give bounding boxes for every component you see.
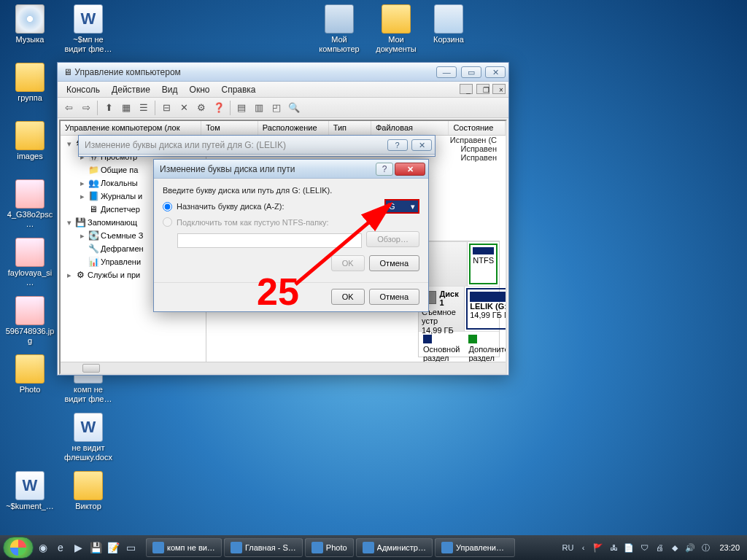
- tray-printer-icon[interactable]: 🖨: [654, 542, 665, 553]
- ql-media-icon[interactable]: ▶: [70, 540, 86, 556]
- close-button[interactable]: ✕: [395, 163, 425, 176]
- taskbar-item[interactable]: Photo: [305, 538, 354, 557]
- up-icon[interactable]: ⬆: [101, 100, 117, 116]
- desktop-icon[interactable]: 596748936.jpg: [4, 296, 55, 345]
- mdi-minimize[interactable]: _: [460, 84, 473, 94]
- desktop-icon[interactable]: Виктор: [63, 471, 114, 511]
- taskbar-item[interactable]: Главная - S…: [224, 538, 303, 557]
- forward-icon[interactable]: ⇨: [78, 100, 94, 116]
- assign-letter-radio[interactable]: [163, 202, 172, 211]
- tray-network-icon[interactable]: 🖧: [608, 542, 619, 553]
- tray-app-icon[interactable]: ◆: [669, 542, 681, 553]
- settings-icon[interactable]: ⚙: [193, 100, 209, 116]
- help-icon[interactable]: ❓: [211, 100, 227, 116]
- language-indicator[interactable]: RU: [562, 543, 574, 552]
- tray-volume-icon[interactable]: 🔊: [684, 542, 696, 553]
- desktop-icon[interactable]: Корзина: [423, 4, 474, 44]
- back-icon[interactable]: ⇦: [61, 100, 77, 116]
- desktop-icon[interactable]: группа: [4, 63, 55, 103]
- view2-icon[interactable]: ▥: [251, 100, 267, 116]
- desktop-icon[interactable]: Музыка: [4, 4, 55, 44]
- props-icon[interactable]: ▦: [118, 100, 134, 116]
- horizontal-scrollbar[interactable]: [61, 362, 506, 373]
- help-button[interactable]: ?: [376, 163, 393, 176]
- refresh-icon[interactable]: ✕: [176, 100, 192, 116]
- tray-info-icon[interactable]: ⓘ: [700, 542, 711, 553]
- menu-item[interactable]: Окно: [184, 83, 216, 96]
- desktop-icon[interactable]: W~$kument_…: [4, 471, 55, 511]
- menu-item[interactable]: Действие: [106, 83, 156, 96]
- node-icon: 🔧: [88, 243, 99, 254]
- node-icon: 💾: [74, 217, 86, 228]
- ql-chrome-icon[interactable]: ◉: [35, 540, 51, 556]
- dialog-titlebar[interactable]: Изменение буквы диска или пути ? ✕: [154, 160, 428, 179]
- inner-cancel-button[interactable]: Отмена: [369, 255, 419, 271]
- ql-ie-icon[interactable]: e: [53, 540, 69, 556]
- node-label: Управлени: [101, 257, 141, 266]
- column-header[interactable]: Тип: [329, 121, 371, 135]
- start-button[interactable]: [3, 537, 34, 559]
- disk1-volume[interactable]: LELIK (G:) 14,99 ГБ NTFS: [466, 288, 506, 330]
- dialog-title: Изменение буквы диска или пути: [160, 164, 376, 174]
- column-header[interactable]: Том: [201, 121, 258, 135]
- icon-glyph: W: [74, 4, 103, 34]
- desktop-icon[interactable]: W~$мп не видит фле…: [63, 4, 114, 53]
- icon-label: Мой компьютер: [314, 35, 365, 53]
- column-header[interactable]: Файловая система: [371, 121, 449, 135]
- icon-label: Photo: [4, 385, 55, 394]
- clock[interactable]: 23:20: [715, 543, 744, 552]
- mdi-close[interactable]: ×: [492, 84, 506, 94]
- tray-shield-icon[interactable]: 🛡: [638, 542, 650, 553]
- chevron-down-icon: ▾: [411, 202, 415, 211]
- help-button[interactable]: ?: [387, 139, 408, 151]
- tray-expand-icon[interactable]: ‹: [577, 542, 589, 553]
- close-button[interactable]: ✕: [411, 139, 432, 151]
- column-header[interactable]: Состояние: [449, 121, 506, 135]
- icon-glyph: [15, 121, 44, 150]
- show-icon[interactable]: ☰: [136, 100, 152, 116]
- desktop-icon[interactable]: 4_G38o2psc…: [4, 179, 55, 228]
- expand-icon[interactable]: ▸: [78, 179, 86, 188]
- taskbar-item[interactable]: Управление…: [435, 538, 515, 557]
- menu-item[interactable]: Справка: [215, 83, 261, 96]
- expand-icon[interactable]: ▸: [65, 271, 73, 280]
- minimize-button[interactable]: —: [436, 66, 457, 78]
- menu-item[interactable]: Консоль: [61, 83, 106, 96]
- view3-icon[interactable]: ◰: [268, 100, 285, 116]
- drive-letter-select[interactable]: G ▾: [384, 199, 419, 214]
- titlebar[interactable]: 🖥 Управление компьютером — ▭ ✕: [58, 63, 508, 82]
- ql-note-icon[interactable]: 📝: [105, 540, 121, 556]
- expand-icon[interactable]: ▾: [65, 218, 73, 228]
- ql-save-icon[interactable]: 💾: [88, 540, 104, 556]
- icon-label: Мои документы: [371, 35, 422, 53]
- menu-item[interactable]: Вид: [156, 83, 184, 96]
- close-button[interactable]: ✕: [485, 66, 506, 78]
- ql-desktop-icon[interactable]: ▭: [123, 540, 139, 556]
- desktop-icon[interactable]: Мои документы: [371, 4, 422, 53]
- desktop-icon[interactable]: Photo: [4, 354, 55, 394]
- ok-button[interactable]: OK: [331, 289, 365, 305]
- expand-icon[interactable]: ▾: [65, 139, 73, 149]
- taskbar-item[interactable]: комп не ви…: [146, 538, 222, 557]
- column-header[interactable]: Расположение: [258, 121, 329, 135]
- node-label: Общие па: [101, 166, 138, 174]
- cancel-button[interactable]: Отмена: [369, 289, 419, 305]
- disks-icon[interactable]: ⊟: [158, 100, 174, 116]
- expand-icon[interactable]: ▸: [78, 192, 86, 201]
- desktop-icon[interactable]: Wне видит флешку.docx: [63, 413, 114, 462]
- search-icon[interactable]: 🔍: [286, 100, 302, 116]
- taskbar-item[interactable]: Администр…: [356, 538, 433, 557]
- desktop-icon[interactable]: faylovaya_si…: [4, 238, 55, 287]
- disk-volume-prev[interactable]: NTFS: [469, 244, 498, 284]
- tray-doc-icon[interactable]: 📄: [623, 542, 635, 553]
- mdi-restore[interactable]: ❐: [476, 84, 489, 94]
- desktop-icon[interactable]: images: [4, 121, 55, 161]
- view1-icon[interactable]: ▤: [233, 100, 249, 116]
- expand-icon[interactable]: ▸: [78, 231, 86, 241]
- toolbar: ⇦ ⇨ ⬆ ▦ ☰ ⊟ ✕ ⚙ ❓ ▤ ▥ ◰ 🔍: [58, 98, 508, 118]
- desktop-icon[interactable]: Мой компьютер: [314, 4, 365, 53]
- column-header[interactable]: Управление компьютером (лок: [61, 121, 201, 135]
- tray-flag-icon[interactable]: 🚩: [592, 542, 604, 553]
- icon-glyph: [382, 4, 411, 34]
- maximize-button[interactable]: ▭: [461, 66, 481, 78]
